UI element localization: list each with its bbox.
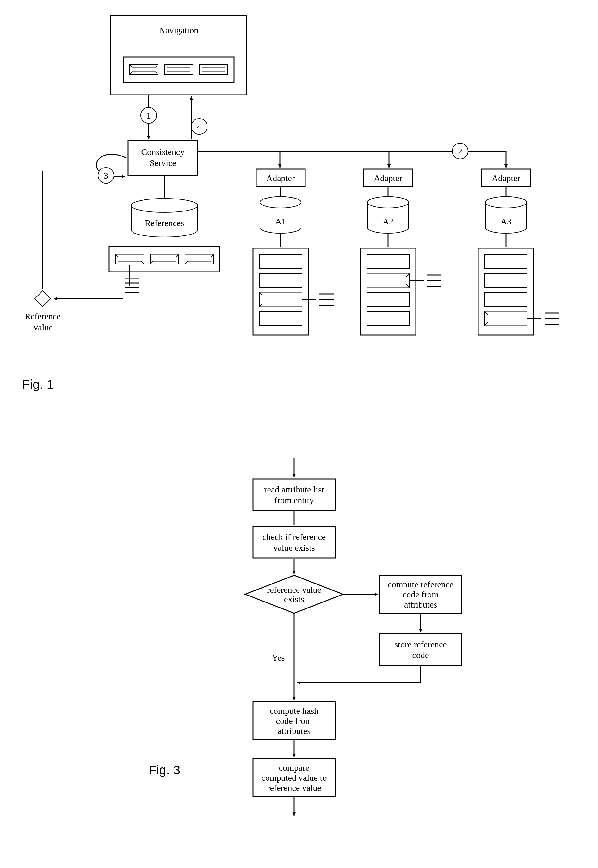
- svg-marker-26: [185, 261, 214, 264]
- svg-rect-75: [367, 255, 410, 269]
- svg-text:from entity: from entity: [274, 495, 314, 505]
- svg-text:code from: code from: [276, 716, 312, 726]
- nav-slot-1: [130, 65, 158, 74]
- svg-text:reference value: reference value: [267, 783, 321, 793]
- svg-rect-62: [259, 311, 302, 325]
- a2-populated-slot: [367, 273, 410, 288]
- svg-marker-60: [259, 292, 302, 296]
- svg-text:Yes: Yes: [272, 653, 285, 662]
- svg-text:code: code: [413, 650, 429, 660]
- svg-marker-9: [199, 65, 228, 67]
- svg-rect-93: [484, 255, 527, 269]
- svg-marker-78: [367, 284, 410, 288]
- svg-marker-19: [115, 255, 144, 257]
- svg-marker-22: [150, 255, 179, 257]
- svg-point-15: [131, 198, 197, 212]
- figure-3-caption: Fig. 3: [149, 763, 180, 777]
- svg-marker-20: [115, 261, 144, 264]
- svg-rect-58: [259, 273, 302, 288]
- svg-point-71: [368, 197, 408, 208]
- svg-text:Adapter: Adapter: [266, 173, 295, 183]
- svg-text:Adapter: Adapter: [492, 173, 520, 183]
- svg-rect-95: [484, 292, 527, 307]
- svg-point-89: [486, 197, 526, 208]
- svg-rect-80: [367, 311, 410, 325]
- figure-3: read attribute list from entity check if…: [149, 458, 462, 816]
- consistency-service: Consistency Service: [128, 141, 197, 175]
- adapter-a3: Adapter A3: [478, 169, 559, 335]
- svg-text:2: 2: [458, 146, 462, 156]
- svg-rect-57: [259, 255, 302, 269]
- navigation-module: Navigation: [111, 16, 247, 95]
- svg-marker-25: [185, 255, 214, 257]
- nav-slot-3: [199, 65, 228, 74]
- refs-slot-1: [115, 255, 144, 264]
- svg-marker-6: [164, 65, 193, 67]
- figure-1: Navigation Consistency Servi: [22, 16, 559, 391]
- a1-populated-slot: [259, 292, 302, 307]
- svg-text:Value: Value: [33, 322, 53, 332]
- svg-text:attributes: attributes: [278, 726, 311, 736]
- references-slotbar: [109, 246, 220, 272]
- svg-rect-108: [253, 526, 335, 558]
- svg-text:compare: compare: [279, 763, 309, 773]
- svg-marker-23: [150, 261, 179, 264]
- svg-point-53: [260, 197, 301, 208]
- cs-to-adapters: 2: [198, 143, 506, 167]
- svg-text:4: 4: [197, 122, 202, 131]
- adapter-a1: Adapter A1: [253, 169, 333, 335]
- nav-cs-arrows: 1 4: [141, 95, 207, 139]
- navigation-label: Navigation: [159, 25, 198, 35]
- references-db: References: [131, 198, 197, 237]
- svg-text:store reference: store reference: [394, 640, 447, 649]
- svg-text:Adapter: Adapter: [374, 173, 402, 183]
- svg-marker-98: [484, 322, 527, 325]
- svg-rect-104: [253, 479, 335, 510]
- svg-text:A1: A1: [275, 216, 286, 226]
- svg-text:3: 3: [104, 171, 108, 180]
- svg-text:Service: Service: [150, 158, 176, 168]
- svg-text:attributes: attributes: [404, 600, 437, 609]
- svg-marker-61: [259, 303, 302, 307]
- reference-value: Reference Value: [25, 291, 60, 332]
- svg-rect-79: [367, 292, 410, 307]
- svg-marker-77: [367, 273, 410, 277]
- svg-marker-97: [484, 311, 527, 315]
- refs-slot-3: [185, 255, 214, 264]
- diagram-canvas: Navigation Consistency Servi: [0, 0, 598, 868]
- svg-text:computed value to: computed value to: [262, 773, 327, 783]
- svg-rect-121: [380, 634, 462, 665]
- svg-text:read attribute list: read attribute list: [264, 485, 324, 494]
- svg-marker-4: [130, 72, 158, 74]
- figure-1-caption: Fig. 1: [22, 377, 54, 391]
- adapter-a2: Adapter A2: [360, 169, 441, 335]
- step3-loop: 3: [96, 154, 127, 183]
- refs-slot-2: [150, 255, 179, 264]
- svg-text:compute hash: compute hash: [270, 706, 319, 716]
- a3-populated-slot: [484, 311, 527, 325]
- svg-text:exists: exists: [284, 594, 304, 604]
- svg-text:check if reference: check if reference: [263, 532, 326, 542]
- svg-text:compute reference: compute reference: [388, 579, 453, 589]
- svg-marker-32: [35, 291, 51, 307]
- svg-marker-10: [199, 72, 228, 74]
- nav-slot-2: [164, 65, 193, 74]
- svg-marker-7: [164, 72, 193, 74]
- svg-text:value exists: value exists: [273, 543, 315, 553]
- svg-text:1: 1: [147, 110, 151, 121]
- svg-text:A3: A3: [501, 216, 511, 226]
- svg-text:code from: code from: [402, 589, 439, 599]
- svg-rect-94: [484, 273, 527, 288]
- svg-text:References: References: [145, 218, 184, 228]
- svg-marker-3: [130, 65, 158, 67]
- svg-text:Consistency: Consistency: [141, 147, 185, 157]
- svg-text:reference value: reference value: [267, 585, 321, 595]
- svg-text:A2: A2: [383, 216, 393, 226]
- svg-text:Reference: Reference: [25, 311, 60, 321]
